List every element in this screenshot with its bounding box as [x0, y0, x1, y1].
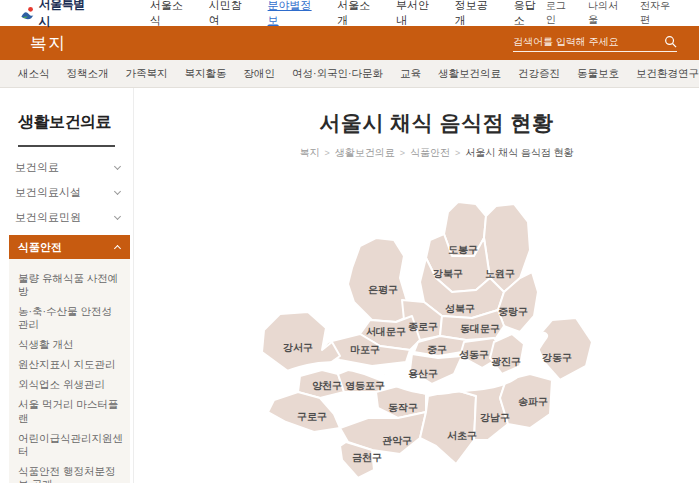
sidebar-subitem[interactable]: 식품안전 행정처분정보 공개 [18, 461, 124, 483]
district-label-dongjak: 동작구 [388, 402, 418, 413]
chevron-down-icon [114, 162, 121, 169]
sidebar-item[interactable]: 보건의료민원 [0, 205, 133, 230]
utility-nav-item[interactable]: 부서안내 [396, 0, 439, 28]
chevron-down-icon [114, 212, 121, 219]
district-label-gwangjin: 광진구 [491, 356, 521, 367]
sidebar-divider [18, 145, 115, 147]
search-icon[interactable] [664, 35, 677, 48]
tab-item[interactable]: 생활보건의료 [438, 67, 501, 81]
service-banner: 복지 [0, 26, 699, 60]
sidebar-menu: 보건의료보건의료시설보건의료민원식품안전불량 유해식품 사전예방농·축·수산물 … [0, 155, 133, 483]
breadcrumb-separator: > [400, 148, 405, 158]
sidebar-subitem[interactable]: 불량 유해식품 사전예방 [18, 268, 124, 301]
utility-user-link[interactable]: 전자우편 [640, 0, 679, 27]
district-label-gangdong: 강동구 [542, 352, 572, 363]
district-label-guro: 구로구 [297, 411, 327, 422]
sidebar-item[interactable]: 보건의료시설 [0, 180, 133, 205]
service-title: 복지 [30, 32, 66, 55]
breadcrumb-separator: > [324, 148, 329, 158]
utility-nav-item[interactable]: 서울소식 [150, 0, 193, 28]
sidebar-item-label: 보건의료시설 [15, 185, 81, 200]
sidebar-subitem[interactable]: 외식업소 위생관리 [18, 375, 124, 395]
logo-text: 서울특별시 [39, 0, 95, 30]
district-label-mapo: 마포구 [350, 344, 380, 355]
sidebar-title: 생활보건의료 [0, 104, 133, 145]
tab-item[interactable]: 정책소개 [67, 67, 109, 81]
tab-item[interactable]: 건강증진 [518, 67, 560, 81]
chevron-up-icon [114, 245, 121, 252]
district-label-yeongdeungpo: 영등포구 [345, 380, 385, 391]
search-input[interactable] [513, 36, 664, 47]
breadcrumb-item[interactable]: 생활보건의료 [335, 147, 395, 158]
seoul-logo-icon [20, 6, 35, 21]
utility-nav: 서울소식시민참여분야별정보서울소개부서안내정보공개응답소 [150, 0, 546, 28]
sidebar-section-label: 식품안전 [18, 240, 62, 255]
page-title: 서울시 채식 음식점 현황 [174, 109, 699, 137]
search-box [513, 35, 677, 52]
utility-nav-item[interactable]: 분야별정보 [268, 0, 322, 28]
tab-item[interactable]: 새소식 [18, 67, 50, 81]
tab-item[interactable]: 복지활동 [185, 67, 227, 81]
sidebar-item-label: 보건의료민원 [15, 210, 81, 225]
main-content: 서울시 채식 음식점 현황 복지>생활보건의료>식품안전>서울시 채식 음식점 … [134, 88, 699, 483]
utility-nav-item[interactable]: 응답소 [514, 0, 546, 28]
district-label-seongbuk: 성북구 [445, 303, 475, 314]
breadcrumb: 복지>생활보건의료>식품안전>서울시 채식 음식점 현황 [174, 146, 699, 160]
sidebar-submenu: 불량 유해식품 사전예방농·축·수산물 안전성 관리식생활 개선원산지표시 지도… [9, 259, 130, 483]
district-label-seocho: 서초구 [447, 430, 477, 441]
sidebar-subitem[interactable]: 식생활 개선 [18, 335, 124, 355]
district-label-gangnam: 강남구 [480, 412, 510, 423]
district-label-gwanak: 관악구 [382, 435, 412, 446]
seoul-districts-map: 은평구도봉구노원구강북구성북구중랑구종로구동대문구서대문구마포구중구성동구광진구… [256, 196, 650, 483]
tab-item[interactable]: 교육 [400, 67, 421, 81]
utility-user-links: 로그인나의서울전자우편 [546, 0, 679, 27]
sidebar-subitem[interactable]: 원산지표시 지도관리 [18, 355, 124, 375]
breadcrumb-item[interactable]: 서울시 채식 음식점 현황 [465, 147, 573, 158]
district-label-dobong: 도봉구 [448, 244, 478, 255]
tab-item[interactable]: 보건환경연구원 [636, 67, 699, 81]
district-label-gangbuk: 강북구 [433, 268, 463, 279]
sidebar-subitem[interactable]: 서울 먹거리 마스터플랜 [18, 395, 124, 428]
district-shape-seocho [420, 390, 476, 464]
utility-bar: 서울특별시 서울소식시민참여분야별정보서울소개부서안내정보공개응답소 로그인나의… [0, 0, 699, 26]
district-label-nowon: 노원구 [485, 268, 515, 279]
breadcrumb-item[interactable]: 복지 [299, 147, 319, 158]
sidebar-subitem[interactable]: 농·축·수산물 안전성 관리 [18, 301, 124, 334]
tab-item[interactable]: 가족복지 [126, 67, 168, 81]
district-shape-gangdong [538, 318, 592, 380]
tab-item[interactable]: 여성·외국인·다문화 [292, 67, 383, 81]
district-label-jung: 중구 [427, 344, 447, 355]
district-label-geumcheon: 금천구 [352, 452, 382, 463]
sidebar-subitem[interactable]: 어린이급식관리지원센터 [18, 428, 124, 461]
seoul-logo[interactable]: 서울특별시 [20, 0, 95, 30]
district-label-gangseo: 강서구 [283, 342, 313, 353]
sidebar: 생활보건의료 보건의료보건의료시설보건의료민원식품안전불량 유해식품 사전예방농… [0, 88, 134, 483]
chevron-down-icon [114, 187, 121, 194]
utility-nav-item[interactable]: 정보공개 [455, 0, 498, 28]
district-label-yongsan: 용산구 [408, 368, 438, 379]
breadcrumb-item[interactable]: 식품안전 [410, 147, 450, 158]
sidebar-item[interactable]: 보건의료 [0, 155, 133, 180]
category-tab-bar: 새소식정책소개가족복지복지활동장애인여성·외국인·다문화교육생활보건의료건강증진… [0, 60, 699, 88]
sidebar-item-label: 보건의료 [15, 160, 59, 175]
utility-nav-item[interactable]: 시민참여 [209, 0, 252, 28]
utility-nav-item[interactable]: 서울소개 [337, 0, 380, 28]
district-label-jongno: 종로구 [408, 321, 438, 332]
utility-user-link[interactable]: 로그인 [546, 0, 575, 27]
district-label-yangcheon: 양천구 [312, 380, 342, 391]
tab-item[interactable]: 동물보호 [577, 67, 619, 81]
sidebar-section-expanded[interactable]: 식품안전 [9, 235, 130, 259]
district-label-seodaemun: 서대문구 [366, 326, 406, 337]
district-label-songpa: 송파구 [518, 396, 548, 407]
utility-user-link[interactable]: 나의서울 [588, 0, 627, 27]
district-label-seongdong: 성동구 [459, 349, 489, 360]
district-label-eunpyeong: 은평구 [368, 284, 398, 295]
tab-item[interactable]: 장애인 [244, 67, 276, 81]
district-label-dongdaemun: 동대문구 [460, 323, 500, 334]
breadcrumb-separator: > [455, 148, 460, 158]
district-label-jungnang: 중랑구 [498, 306, 528, 317]
